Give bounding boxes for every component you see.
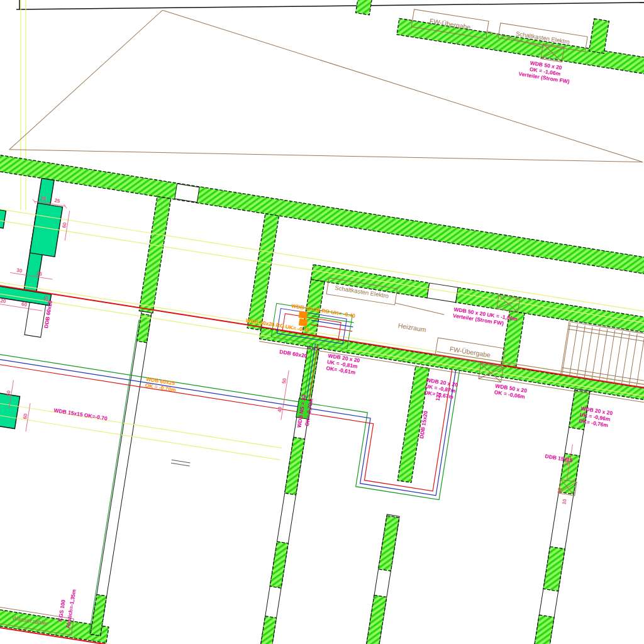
label-heizraum: Heizraum xyxy=(397,321,427,333)
orange-annotations: WDB 50x20 RO UK= -0.40 WDB 50x20 RO UK= … xyxy=(145,282,356,419)
annotation: KGS 100 xyxy=(57,599,66,622)
dim: 60 xyxy=(21,301,28,308)
dim: 30 xyxy=(16,267,23,274)
wall-left-vertical xyxy=(139,197,171,313)
dim: 60 xyxy=(61,221,67,228)
cad-canvas[interactable]: FW-Übergabe Schaltkasten Elektro Schaltk… xyxy=(0,0,644,644)
plan-group: FW-Übergabe Schaltkasten Elektro Schaltk… xyxy=(0,0,644,644)
door-opening xyxy=(175,184,199,202)
dim: 60 xyxy=(22,413,28,419)
orange-fitting-icon xyxy=(299,311,308,319)
wall-band-2 xyxy=(0,152,644,275)
annotation: WDB 15x15 OK=-0.70 xyxy=(53,407,108,421)
misc-marks xyxy=(171,460,190,466)
dim: 40 xyxy=(277,406,283,413)
dim: 50 xyxy=(281,377,287,384)
dim: 20 xyxy=(0,298,7,304)
pipe-red-loop xyxy=(0,291,452,491)
door-left xyxy=(25,303,46,337)
dim: 25 xyxy=(36,270,43,277)
annotation: DDB 60x20 xyxy=(279,348,308,359)
dim: 127 xyxy=(435,391,442,401)
floor-plan-drawing: FW-Übergabe Schaltkasten Elektro Schaltk… xyxy=(0,0,644,644)
wall-mid-vertical xyxy=(247,214,279,330)
wall-top-right-stub xyxy=(589,19,609,53)
wall-top-center-stub xyxy=(356,0,374,15)
dim: 25 xyxy=(54,197,61,204)
dim: 60 xyxy=(5,390,11,397)
